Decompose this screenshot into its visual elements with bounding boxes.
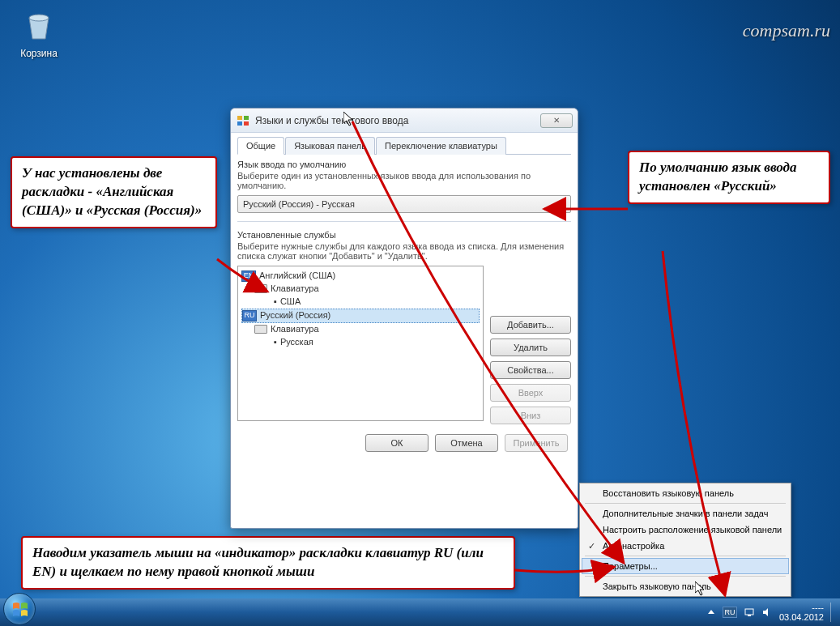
apply-button[interactable]: Применить [505,434,568,452]
language-tree[interactable]: EN Английский (США) Клавиатура ▪ США RU … [237,266,484,421]
callout-right: По умолчанию язык ввода установлен «Русс… [628,151,830,204]
dialog-title: Языки и службы текстового ввода [255,115,540,126]
properties-button[interactable]: Свойства... [490,361,571,379]
tree-en-lang[interactable]: EN Английский (США) [241,270,480,283]
dialog-titlebar[interactable]: Языки и службы текстового ввода ✕ [231,109,578,133]
tree-ru-kb[interactable]: ▪ Русская [241,336,480,349]
tabs: Общие Языковая панель Переключение клави… [237,136,571,155]
tree-en-keyboard-node[interactable]: Клавиатура [241,283,480,296]
ru-lang-label: Русский (Россия) [260,309,330,322]
svg-point-0 [29,15,49,21]
cancel-button[interactable]: Отмена [435,434,498,452]
en-lang-label: Английский (США) [259,270,335,283]
svg-rect-3 [237,121,242,126]
date-text: 03.04.2012 [779,612,824,622]
svg-rect-6 [748,615,751,616]
cursor-icon [343,112,356,128]
watermark-text: compsam.ru [743,20,830,41]
dropdown-value: Русский (Россия) - Русская [243,199,355,209]
cm-auto-adjust[interactable]: Автонастройка [582,538,789,554]
recycle-bin-icon [21,8,57,44]
separator [237,221,571,222]
en-badge-icon: EN [241,270,256,282]
language-services-dialog: Языки и службы текстового ввода ✕ Общие … [230,108,578,529]
tree-ru-keyboard-node[interactable]: Клавиатура [241,323,480,336]
callout-bottom: Наводим указатель мыши на «индикатор» ра… [21,536,515,590]
recycle-bin-desktop-icon[interactable]: Корзина [16,8,62,60]
start-button[interactable] [3,593,36,625]
cm-restore[interactable]: Восстановить языковую панель [582,485,789,501]
tray-expand-icon[interactable] [706,607,716,617]
tab-general[interactable]: Общие [237,137,284,155]
tab-language-panel[interactable]: Языковая панель [285,137,375,155]
dialog-icon [236,113,250,128]
language-indicator-context-menu: Восстановить языковую панель Дополнитель… [579,483,791,597]
clock[interactable]: ---- 03.04.2012 [779,603,824,622]
svg-rect-5 [745,609,753,615]
callout-left: У нас установлены две раскладки - «Англи… [11,156,217,228]
default-lang-group-label: Язык ввода по умолчанию [237,160,571,169]
installed-services-label: Установленные службы [237,230,571,240]
show-desktop-button[interactable] [830,603,837,622]
cm-configure-position[interactable]: Настроить расположение языковой панели [582,522,789,538]
language-indicator[interactable]: RU [723,607,737,618]
time-text: ---- [779,603,824,612]
cm-separator [585,556,786,556]
keyboard-node-label2: Клавиатура [271,323,319,336]
svg-rect-4 [244,121,249,126]
volume-icon[interactable] [761,607,773,618]
ru-badge-icon: RU [242,310,257,322]
move-down-button[interactable]: Вниз [490,407,571,424]
close-icon[interactable]: ✕ [540,113,573,128]
windows-logo-icon [11,601,29,619]
network-icon[interactable] [744,607,755,618]
add-button[interactable]: Добавить... [490,316,571,334]
tab-keyboard-switch[interactable]: Переключение клавиатуры [376,137,506,155]
recycle-bin-label: Корзина [20,48,58,59]
cm-extra-icons[interactable]: Дополнительные значки в панели задач [582,505,789,522]
taskbar: RU ---- 03.04.2012 [0,598,840,626]
keyboard-icon [254,284,267,293]
cm-separator [585,576,786,577]
keyboard-node-label: Клавиатура [271,283,319,296]
default-language-dropdown[interactable]: Русский (Россия) - Русская [237,195,571,213]
svg-rect-2 [244,116,249,120]
cursor-icon [695,581,708,598]
cm-close-panel[interactable]: Закрыть языковую панель [582,578,789,594]
move-up-button[interactable]: Вверх [490,384,571,402]
cm-separator [585,503,786,504]
remove-button[interactable]: Удалить [490,339,571,356]
cm-parameters[interactable]: Параметры... [582,558,789,574]
default-lang-group-desc: Выберите один из установленных языков вв… [237,171,571,190]
keyboard-icon [254,325,267,334]
ok-button[interactable]: ОК [365,434,429,452]
svg-rect-1 [237,116,242,120]
tree-ru-lang[interactable]: RU Русский (Россия) [241,309,480,323]
installed-services-desc: Выберите нужные службы для каждого языка… [237,241,571,261]
tree-en-kb[interactable]: ▪ США [241,296,480,309]
